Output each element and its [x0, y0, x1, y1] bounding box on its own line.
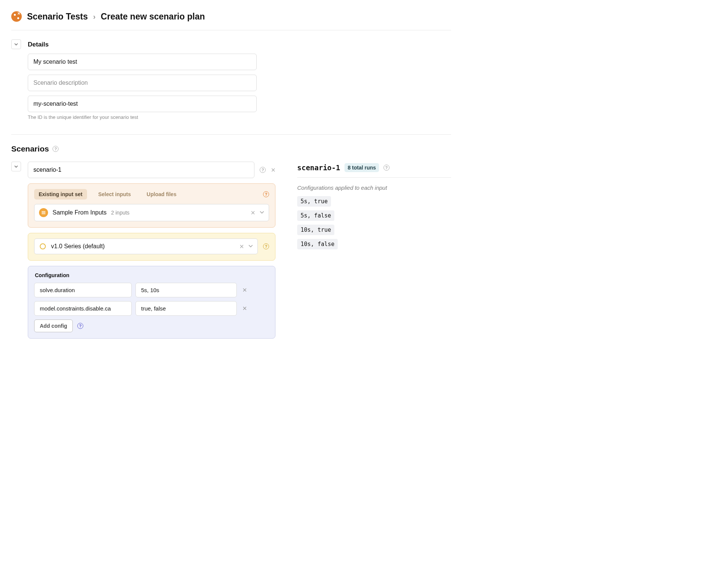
breadcrumb-current: Create new scenario plan — [101, 12, 205, 22]
input-set-select[interactable]: Sample From Inputs 2 inputs × — [34, 204, 269, 221]
dataset-icon — [39, 208, 48, 217]
input-set-name: Sample From Inputs — [53, 209, 107, 216]
collapse-scenario-button[interactable] — [11, 162, 21, 171]
help-icon[interactable]: ? — [260, 167, 266, 173]
scenario-description-input[interactable] — [28, 75, 257, 91]
help-icon[interactable]: ? — [53, 146, 59, 152]
tab-existing-input-set[interactable]: Existing input set — [34, 189, 87, 200]
svg-rect-2 — [42, 213, 45, 214]
scenarios-heading: Scenarios ? — [11, 134, 451, 153]
breadcrumb: Scenario Tests › Create new scenario pla… — [11, 11, 451, 30]
chevron-down-icon — [14, 165, 18, 168]
config-key-input[interactable] — [34, 301, 132, 316]
config-key-input[interactable] — [34, 283, 132, 297]
run-combination: 10s, false — [297, 239, 338, 249]
series-panel: v1.0 Series (default) × ? — [28, 233, 275, 261]
remove-config-button[interactable]: × — [241, 304, 249, 313]
app-icon — [11, 11, 22, 22]
collapse-details-button[interactable] — [11, 39, 21, 49]
input-set-meta: 2 inputs — [111, 210, 129, 216]
summary-subtitle: Configurations applied to each input — [297, 184, 451, 191]
scenario-summary: scenario-1 8 total runs ? Configurations… — [282, 162, 451, 253]
scenario-id-helper: The ID is the unique identifier for your… — [28, 114, 451, 120]
run-combination: 5s, true — [297, 196, 331, 207]
help-icon[interactable]: ? — [263, 243, 269, 249]
series-select[interactable]: v1.0 Series (default) × — [34, 238, 258, 254]
details-heading: Details — [28, 41, 451, 48]
help-icon[interactable]: ? — [77, 323, 83, 329]
tab-upload-files[interactable]: Upload files — [142, 189, 181, 200]
config-value-input[interactable] — [135, 301, 237, 316]
clear-input-set-button[interactable]: × — [251, 209, 255, 216]
add-config-button[interactable]: Add config — [34, 320, 73, 332]
chevron-down-icon[interactable] — [260, 209, 264, 216]
total-runs-badge: 8 total runs — [344, 163, 379, 172]
config-value-input[interactable] — [135, 283, 237, 297]
breadcrumb-root[interactable]: Scenario Tests — [27, 12, 88, 22]
summary-title: scenario-1 — [297, 164, 340, 172]
chevron-down-icon — [14, 42, 18, 46]
clear-series-button[interactable]: × — [239, 243, 244, 250]
help-icon[interactable]: ? — [263, 191, 269, 197]
series-icon — [40, 243, 46, 249]
svg-rect-1 — [42, 212, 45, 213]
remove-scenario-button[interactable]: × — [271, 166, 275, 174]
help-icon[interactable]: ? — [384, 165, 390, 171]
run-combination: 10s, true — [297, 225, 334, 235]
chevron-right-icon: › — [93, 12, 96, 21]
run-combination: 5s, false — [297, 210, 334, 221]
input-set-panel: Existing input set Select inputs Upload … — [28, 183, 275, 228]
series-name: v1.0 Series (default) — [51, 243, 105, 250]
remove-config-button[interactable]: × — [241, 286, 249, 294]
scenario-name-input[interactable] — [28, 54, 257, 70]
configuration-heading: Configuration — [35, 272, 269, 278]
scenario-id-input[interactable] — [28, 96, 257, 112]
chevron-down-icon[interactable] — [248, 243, 253, 250]
svg-rect-0 — [42, 211, 45, 212]
configuration-panel: Configuration ×× Add config ? — [28, 266, 275, 339]
scenario-instance-name-input[interactable] — [28, 162, 254, 178]
tab-select-inputs[interactable]: Select inputs — [94, 189, 135, 200]
scenarios-label: Scenarios — [11, 144, 49, 153]
config-row: × — [34, 301, 269, 316]
config-row: × — [34, 283, 269, 297]
